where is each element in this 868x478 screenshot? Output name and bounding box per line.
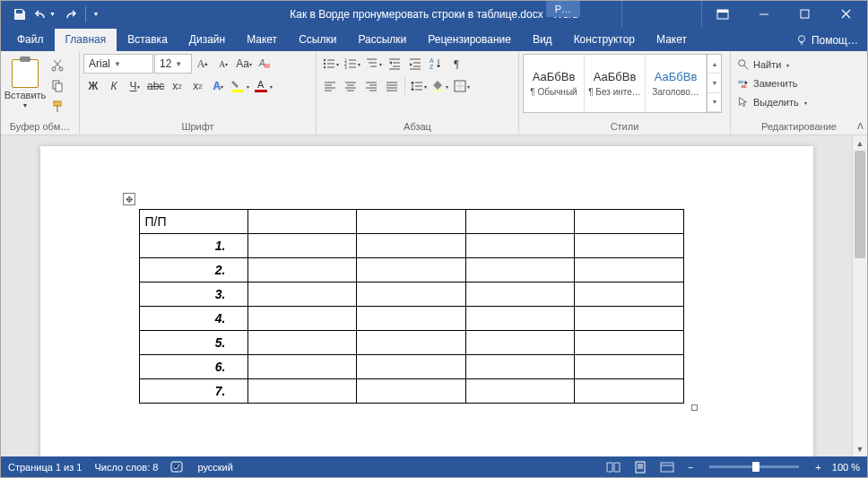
font-name-combo[interactable]: Arial▼: [83, 54, 153, 74]
tab-references[interactable]: Ссылки: [288, 29, 347, 51]
subscript-button[interactable]: x2: [167, 76, 187, 96]
table-cell[interactable]: [575, 210, 684, 234]
decrease-indent-button[interactable]: [385, 54, 404, 74]
minimize-button[interactable]: [743, 1, 785, 27]
collapse-ribbon-button[interactable]: ᐱ: [857, 121, 864, 131]
save-button[interactable]: [8, 4, 31, 25]
scroll-thumb[interactable]: [855, 151, 865, 258]
status-language[interactable]: русский: [197, 462, 232, 473]
style-normal[interactable]: АаБбВв ¶ Обычный: [524, 55, 585, 112]
table-cell[interactable]: [357, 210, 466, 234]
table-cell[interactable]: 7.: [139, 379, 247, 404]
paste-button[interactable]: Вставить ▼: [4, 54, 46, 113]
align-left-button[interactable]: [320, 76, 340, 96]
status-page[interactable]: Страница 1 из 1: [8, 462, 82, 473]
align-center-button[interactable]: [341, 76, 360, 96]
document-page[interactable]: ✥ П/П 1. 2. 3. 4. 5. 6. 7.: [40, 146, 813, 456]
style-heading1[interactable]: АаБбВв Заголово…: [646, 55, 707, 112]
table-cell[interactable]: П/П: [139, 210, 247, 234]
tab-view[interactable]: Вид: [522, 29, 563, 51]
select-button[interactable]: Выделить▾: [734, 93, 810, 111]
shading-button[interactable]: ▾: [430, 76, 450, 96]
bullets-button[interactable]: ▾: [320, 54, 341, 74]
cut-button[interactable]: [48, 56, 67, 75]
table-move-handle[interactable]: ✥: [123, 193, 135, 205]
tab-design[interactable]: Дизайн: [178, 29, 236, 51]
status-word-count[interactable]: Число слов: 8: [94, 462, 158, 473]
zoom-out-button[interactable]: −: [684, 462, 697, 473]
document-scroll[interactable]: ✥ П/П 1. 2. 3. 4. 5. 6. 7.: [1, 135, 852, 456]
table-tools-context: Р…: [546, 1, 580, 17]
scroll-track[interactable]: [853, 151, 867, 441]
tab-insert[interactable]: Вставка: [117, 29, 178, 51]
print-layout-button[interactable]: [630, 459, 650, 475]
scroll-up-button[interactable]: ▲: [853, 135, 867, 151]
close-button[interactable]: [826, 1, 867, 27]
underline-button[interactable]: Ч▾: [125, 76, 144, 96]
clear-formatting-button[interactable]: A: [255, 54, 274, 74]
style-gallery-more[interactable]: ▴▾▾: [707, 55, 721, 112]
style-no-spacing[interactable]: АаБбВв ¶ Без инте…: [585, 55, 646, 112]
table-resize-handle[interactable]: [691, 404, 698, 411]
web-layout-button[interactable]: [657, 459, 677, 475]
svg-rect-11: [231, 90, 244, 92]
tab-table-layout[interactable]: Макет: [646, 29, 698, 51]
tab-file[interactable]: Файл: [6, 29, 55, 51]
shrink-font-button[interactable]: A▾: [213, 54, 233, 74]
vertical-scrollbar[interactable]: ▲ ▼: [852, 135, 867, 456]
numbering-button[interactable]: 123▾: [342, 54, 362, 74]
table-cell[interactable]: 6.: [139, 355, 247, 379]
tab-home[interactable]: Главная: [55, 29, 117, 51]
sort-button[interactable]: AZ: [426, 54, 446, 74]
borders-button[interactable]: ▾: [451, 76, 472, 96]
table-cell[interactable]: [247, 210, 357, 234]
table-cell[interactable]: 3.: [139, 282, 247, 307]
clear-format-icon: A: [257, 56, 272, 71]
tab-mailings[interactable]: Рассылки: [347, 29, 417, 51]
text-effects-button[interactable]: A▾: [208, 76, 228, 96]
zoom-in-button[interactable]: +: [812, 462, 824, 473]
format-painter-button[interactable]: [48, 97, 67, 117]
copy-button[interactable]: [48, 76, 67, 96]
show-marks-button[interactable]: ¶: [447, 54, 466, 74]
superscript-button[interactable]: x2: [187, 76, 207, 96]
align-right-button[interactable]: [361, 76, 381, 96]
grow-font-button[interactable]: A▴: [193, 54, 213, 74]
table-cell[interactable]: 1.: [139, 234, 247, 258]
multilevel-list-button[interactable]: ▾: [363, 54, 384, 74]
table-cell[interactable]: [465, 210, 575, 234]
zoom-slider-thumb[interactable]: [752, 462, 760, 472]
style-gallery[interactable]: АаБбВв ¶ Обычный АаБбВв ¶ Без инте… АаБб…: [523, 54, 722, 113]
change-case-button[interactable]: Aa▾: [234, 54, 254, 74]
font-color-button[interactable]: A▾: [252, 76, 274, 96]
document-table[interactable]: П/П 1. 2. 3. 4. 5. 6. 7.: [139, 209, 684, 404]
zoom-level[interactable]: 100 %: [832, 462, 860, 473]
italic-button[interactable]: К: [104, 76, 124, 96]
table-cell[interactable]: 2.: [139, 258, 247, 282]
read-mode-button[interactable]: [603, 459, 623, 475]
strikethrough-button[interactable]: abc: [145, 76, 166, 96]
justify-button[interactable]: [382, 76, 402, 96]
tell-me-button[interactable]: Помощ…: [786, 34, 867, 51]
tab-review[interactable]: Рецензирование: [417, 29, 522, 51]
highlight-button[interactable]: ▾: [229, 76, 251, 96]
increase-indent-button[interactable]: [405, 54, 425, 74]
table-cell[interactable]: 5.: [139, 331, 247, 355]
tab-table-design[interactable]: Конструктор: [563, 29, 646, 51]
zoom-slider[interactable]: [709, 465, 799, 468]
table-cell[interactable]: 4.: [139, 307, 247, 331]
find-button[interactable]: Найти▾: [734, 56, 792, 74]
replace-button[interactable]: abac Заменить: [734, 74, 800, 92]
account-button[interactable]: [621, 1, 702, 27]
bold-button[interactable]: Ж: [83, 76, 103, 96]
tab-layout[interactable]: Макет: [236, 29, 288, 51]
scroll-down-button[interactable]: ▼: [853, 441, 867, 456]
ribbon-display-options[interactable]: [702, 1, 743, 27]
maximize-button[interactable]: [785, 1, 826, 27]
font-size-combo[interactable]: 12▼: [154, 54, 192, 74]
redo-button[interactable]: [58, 4, 82, 25]
qat-customize-button[interactable]: ▾: [90, 4, 102, 25]
status-spellcheck[interactable]: [170, 461, 185, 474]
line-spacing-button[interactable]: ▾: [408, 76, 429, 96]
undo-button[interactable]: ▼: [33, 4, 56, 25]
